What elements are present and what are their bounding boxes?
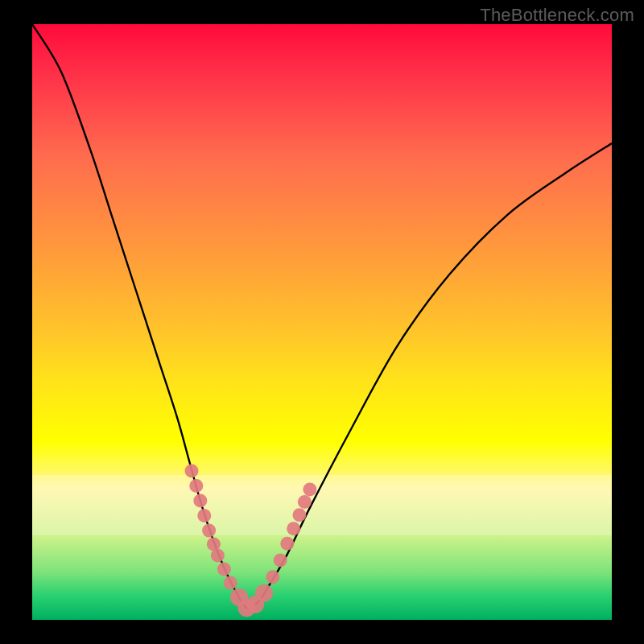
marker-point (193, 494, 207, 508)
marker-point (266, 570, 279, 584)
marker-point (224, 576, 237, 590)
marker-point (185, 464, 199, 478)
marker-point (189, 479, 203, 493)
chart-frame: TheBottleneck.com (0, 0, 644, 644)
marker-point (255, 584, 273, 602)
marker-point (303, 482, 316, 496)
marker-point (287, 522, 300, 535)
bottleneck-curve-path (32, 24, 612, 609)
attribution-label: TheBottleneck.com (480, 5, 634, 26)
marker-point (274, 554, 287, 568)
marker-point (217, 563, 231, 576)
marker-point (280, 537, 294, 551)
marker-point (197, 509, 211, 522)
marker-point (202, 524, 216, 538)
highlighted-points-group (185, 464, 317, 617)
marker-point (298, 495, 312, 509)
marker-point (292, 508, 306, 522)
bottleneck-curve-svg (32, 24, 612, 620)
marker-point (211, 549, 225, 563)
